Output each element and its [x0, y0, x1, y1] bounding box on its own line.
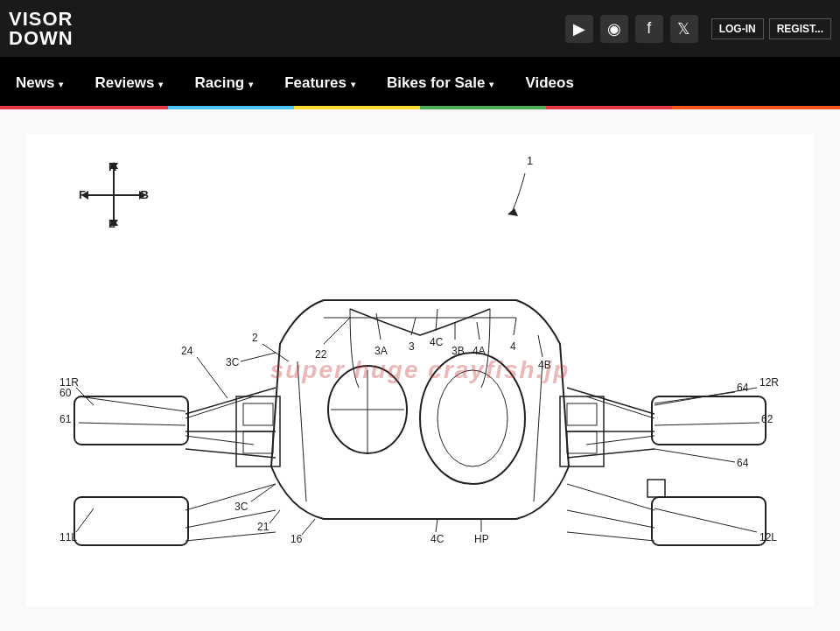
svg-text:2: 2: [252, 332, 258, 344]
svg-line-48: [654, 392, 735, 403]
svg-text:21: 21: [257, 521, 270, 533]
svg-text:HP: HP: [474, 533, 489, 545]
svg-rect-29: [243, 431, 273, 453]
svg-rect-3: [74, 497, 188, 545]
svg-text:3C: 3C: [226, 356, 240, 368]
svg-point-7: [438, 370, 508, 466]
svg-line-72: [241, 353, 276, 361]
nav-item-news[interactable]: News ▾: [0, 57, 79, 109]
content-area: R L F B super huge crayfish.jp 1: [0, 109, 840, 631]
svg-rect-32: [567, 431, 597, 453]
svg-line-52: [197, 357, 228, 398]
svg-line-46: [654, 423, 760, 425]
nav-item-bikes-for-sale[interactable]: Bikes for Sale ▾: [371, 57, 509, 109]
svg-text:4C: 4C: [430, 336, 444, 348]
nav-arrow-bikes-for-sale: ▾: [489, 80, 494, 89]
svg-text:61: 61: [60, 413, 72, 425]
patent-svg: 1: [26, 134, 814, 606]
logo-text: VISOR DOWN: [9, 10, 74, 48]
svg-text:11L: 11L: [60, 531, 77, 543]
svg-rect-28: [243, 403, 273, 425]
svg-text:16: 16: [290, 533, 303, 545]
register-button[interactable]: REGIST...: [769, 18, 831, 39]
nav-label-reviews: Reviews: [94, 74, 154, 92]
svg-text:12L: 12L: [760, 531, 777, 543]
nav-label-news: News: [16, 74, 54, 92]
svg-text:3C: 3C: [234, 501, 248, 513]
svg-line-42: [79, 396, 186, 411]
svg-text:3A: 3A: [374, 345, 388, 357]
svg-text:24: 24: [181, 345, 193, 357]
patent-drawing: R L F B super huge crayfish.jp 1: [26, 134, 814, 606]
nav-label-videos: Videos: [525, 74, 573, 92]
svg-rect-33: [648, 480, 665, 497]
nav-arrow-features: ▾: [351, 80, 355, 89]
svg-text:3B: 3B: [452, 345, 465, 357]
auth-buttons: LOG-IN REGIST...: [711, 18, 831, 39]
svg-text:4A: 4A: [472, 345, 486, 357]
nav-arrow-reviews: ▾: [158, 80, 163, 89]
svg-line-16: [567, 388, 654, 414]
svg-line-56: [324, 318, 350, 344]
svg-line-25: [567, 510, 654, 528]
twitter-icon[interactable]: 𝕏: [670, 15, 698, 43]
svg-line-64: [436, 309, 438, 331]
svg-text:4B: 4B: [538, 359, 551, 371]
svg-line-36: [76, 508, 94, 532]
svg-line-40: [654, 508, 757, 532]
nav-label-features: Features: [284, 74, 346, 92]
nav-arrow-news: ▾: [59, 80, 63, 89]
instagram-icon[interactable]: ◉: [600, 15, 628, 43]
social-icons-group: ▶ ◉ f 𝕏: [565, 15, 698, 43]
svg-rect-4: [652, 396, 766, 445]
nav-arrow-racing: ▾: [248, 80, 253, 89]
svg-line-74: [251, 484, 276, 501]
svg-text:4: 4: [510, 340, 516, 353]
svg-text:12R: 12R: [760, 376, 779, 389]
svg-line-76: [270, 510, 280, 523]
svg-line-26: [567, 532, 654, 541]
facebook-icon[interactable]: f: [635, 15, 663, 43]
svg-text:22: 22: [315, 348, 327, 361]
svg-line-21: [186, 484, 276, 510]
nav-item-features[interactable]: Features ▾: [269, 57, 371, 109]
svg-line-23: [186, 532, 276, 541]
svg-text:64: 64: [737, 382, 749, 394]
youtube-icon[interactable]: ▶: [565, 15, 593, 43]
svg-rect-31: [567, 403, 597, 425]
svg-text:1: 1: [527, 154, 533, 167]
svg-line-11: [186, 388, 276, 414]
svg-text:64: 64: [737, 457, 749, 469]
svg-line-68: [514, 318, 516, 335]
nav-label-racing: Racing: [194, 74, 244, 92]
svg-line-80: [436, 519, 438, 532]
nav-item-racing[interactable]: Racing ▾: [178, 57, 269, 109]
svg-text:4C: 4C: [430, 533, 444, 545]
logo[interactable]: VISOR DOWN: [9, 10, 74, 48]
nav-item-videos[interactable]: Videos: [509, 57, 589, 109]
svg-text:60: 60: [60, 387, 72, 399]
svg-line-50: [654, 449, 735, 462]
site-header: VISOR DOWN ▶ ◉ f 𝕏 LOG-IN REGIST...: [0, 0, 840, 57]
svg-point-6: [420, 353, 525, 484]
svg-line-44: [79, 423, 186, 425]
login-button[interactable]: LOG-IN: [711, 18, 764, 39]
navbar: News ▾ Reviews ▾ Racing ▾ Features ▾ Bik…: [0, 57, 840, 109]
svg-text:3: 3: [409, 340, 415, 353]
svg-line-24: [567, 484, 654, 510]
svg-text:62: 62: [761, 413, 774, 425]
svg-line-78: [302, 519, 315, 535]
svg-line-66: [477, 322, 480, 340]
svg-line-70: [538, 335, 542, 357]
nav-label-bikes-for-sale: Bikes for Sale: [387, 74, 485, 92]
nav-item-reviews[interactable]: Reviews ▾: [79, 57, 178, 109]
